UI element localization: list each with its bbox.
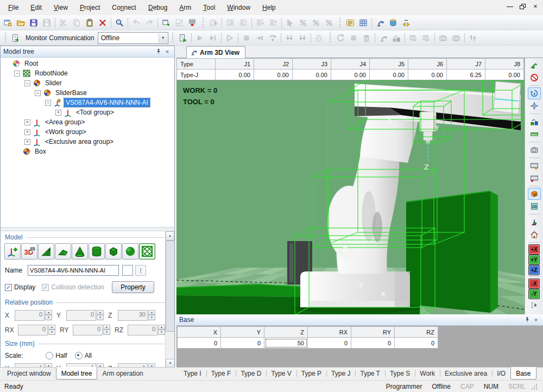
chevron-down-icon[interactable]: ▼ <box>159 33 167 43</box>
collapse-icon[interactable]: − <box>45 100 51 106</box>
name-input[interactable] <box>28 265 119 276</box>
menu-tool[interactable]: Tool <box>197 1 221 14</box>
shape-mesh-button[interactable] <box>139 243 155 260</box>
play-alt-icon[interactable] <box>223 31 236 45</box>
toolbar-overflow-icon[interactable] <box>528 299 541 311</box>
tab-type-d[interactable]: Type D <box>236 368 266 379</box>
tree-item-label[interactable]: Root <box>23 59 40 68</box>
pause-icon[interactable] <box>283 31 296 45</box>
arm-3d-viewport[interactable]: XYZZYX WORK = 0 TOOL = 0 <box>176 80 525 314</box>
tool-settings-icon[interactable] <box>387 16 400 29</box>
delete-icon[interactable] <box>96 16 109 29</box>
menu-edit[interactable]: Edit <box>24 1 48 14</box>
save-all-icon[interactable] <box>40 16 53 29</box>
base-value-rx[interactable]: 0 <box>308 338 351 349</box>
add-axis-button[interactable] <box>4 243 21 260</box>
transfer-data-icon[interactable] <box>186 16 199 29</box>
select-mode-icon[interactable] <box>173 16 186 29</box>
menu-connect[interactable]: Connect <box>106 1 142 14</box>
field-value-z[interactable]: 30 <box>118 310 148 321</box>
field-value-rz[interactable]: 0 <box>128 325 157 336</box>
shape-cone-button[interactable] <box>72 243 88 260</box>
tree-item[interactable]: −Slider <box>1 78 174 88</box>
collapse-icon[interactable]: − <box>35 90 41 96</box>
minimize-icon[interactable]: — <box>506 2 514 11</box>
shape-wedge-button[interactable] <box>38 243 54 260</box>
color-swatch[interactable] <box>122 265 133 276</box>
reset-arm-pose-icon[interactable] <box>390 31 403 45</box>
variable-table-icon[interactable] <box>357 16 370 29</box>
base-value-x[interactable]: 0 <box>178 338 221 349</box>
collapse-icon[interactable]: − <box>14 71 20 77</box>
show-origin-icon[interactable] <box>528 216 541 228</box>
run-transfer-icon[interactable] <box>176 31 190 45</box>
spin-down-icon[interactable]: ▼ <box>148 315 155 320</box>
speed-100-icon[interactable] <box>296 16 310 29</box>
tab-type-t[interactable]: Type T <box>355 368 384 379</box>
expand-icon[interactable]: + <box>24 129 30 135</box>
spin-up-icon[interactable]: ▲ <box>48 325 55 330</box>
view-minus-x-button[interactable]: -X <box>528 279 540 289</box>
menu-window[interactable]: Window <box>221 1 256 14</box>
transfer-page-icon[interactable] <box>9 31 22 45</box>
tree-item-label[interactable]: VS087A4-AV6-NNN-NNN-AI <box>64 98 150 107</box>
cut-icon[interactable] <box>57 16 70 29</box>
tab-type-f[interactable]: Type F <box>206 368 236 379</box>
tree-item-label[interactable]: <Work group> <box>43 128 88 136</box>
joint-value-j8[interactable]: 0.00 <box>485 69 524 80</box>
view-plus-z-button[interactable]: +Z <box>528 265 540 275</box>
tab-i-o[interactable]: I/O <box>492 368 510 379</box>
arm-forbid-icon[interactable] <box>528 72 541 84</box>
tab-work[interactable]: Work <box>415 368 440 379</box>
spin-up-icon[interactable]: ▲ <box>158 325 165 330</box>
scale-radio-all[interactable] <box>75 352 83 359</box>
revert-delete-icon[interactable] <box>360 31 373 45</box>
monitor-mode-select[interactable]: Offline ▼ <box>98 32 168 44</box>
base-value-rz[interactable]: 0 <box>395 338 438 349</box>
project-tree-icon[interactable] <box>344 16 357 29</box>
walk-through-icon[interactable] <box>466 31 479 45</box>
spin-down-icon[interactable]: ▼ <box>97 315 104 320</box>
tree-item-label[interactable]: Box <box>33 147 48 156</box>
resize-grip[interactable] <box>531 383 538 390</box>
tree-item[interactable]: +<Work group> <box>1 127 174 137</box>
scale-radio-half[interactable] <box>46 352 53 359</box>
print-3d-button[interactable]: 3D <box>21 243 37 260</box>
reset-camera-icon[interactable] <box>437 31 450 45</box>
tab-arm-operation[interactable]: Arm operation <box>97 368 148 379</box>
reset-window-alt-icon[interactable] <box>420 31 433 45</box>
spin-up-icon[interactable]: ▲ <box>103 325 110 330</box>
arm-run-icon[interactable] <box>528 59 541 71</box>
tree-item-label[interactable]: RobotNode <box>33 69 70 78</box>
find-icon[interactable] <box>113 16 126 29</box>
tab-type-i[interactable]: Type I <box>179 368 206 379</box>
shape-sphere-button[interactable] <box>122 243 138 260</box>
view-2d-icon[interactable]: 2D <box>528 200 541 212</box>
step-over-icon[interactable] <box>266 31 279 45</box>
copy-icon[interactable] <box>70 16 83 29</box>
menu-debug[interactable]: Debug <box>142 1 173 14</box>
tab-exclusive-area[interactable]: Exclusive area <box>440 368 492 379</box>
tab-project-window[interactable]: Project window <box>2 368 56 379</box>
arm-settings-icon[interactable] <box>374 16 387 29</box>
revert-history-icon[interactable] <box>334 31 347 45</box>
expand-icon[interactable]: + <box>55 110 61 116</box>
menu-arm[interactable]: Arm <box>173 1 197 14</box>
base-value-ry[interactable]: 0 <box>351 338 395 349</box>
field-value-x[interactable]: 0 <box>15 310 45 321</box>
outdent-icon[interactable] <box>237 16 250 29</box>
reset-camera-alt-icon[interactable] <box>450 31 463 45</box>
joint-value-j1[interactable]: 0.00 <box>216 69 254 80</box>
pause-all-icon[interactable] <box>296 31 309 45</box>
reset-window-icon[interactable] <box>407 31 420 45</box>
pin-icon[interactable] <box>154 48 163 55</box>
joint-value-j4[interactable]: 0.00 <box>331 69 370 80</box>
tab-type-s[interactable]: Type S <box>385 368 415 379</box>
tree-item[interactable]: −RobotNode <box>1 68 174 78</box>
tree-item[interactable]: +<Area group> <box>1 117 174 127</box>
view-rotate-icon[interactable]: z <box>528 87 541 99</box>
expand-icon[interactable]: + <box>24 139 30 145</box>
tree-item[interactable]: −VS087A4-AV6-NNN-NNN-AI <box>1 98 174 108</box>
view-pan-icon[interactable] <box>528 100 541 112</box>
tree-item-label[interactable]: <Exclusive area group> <box>43 137 115 146</box>
